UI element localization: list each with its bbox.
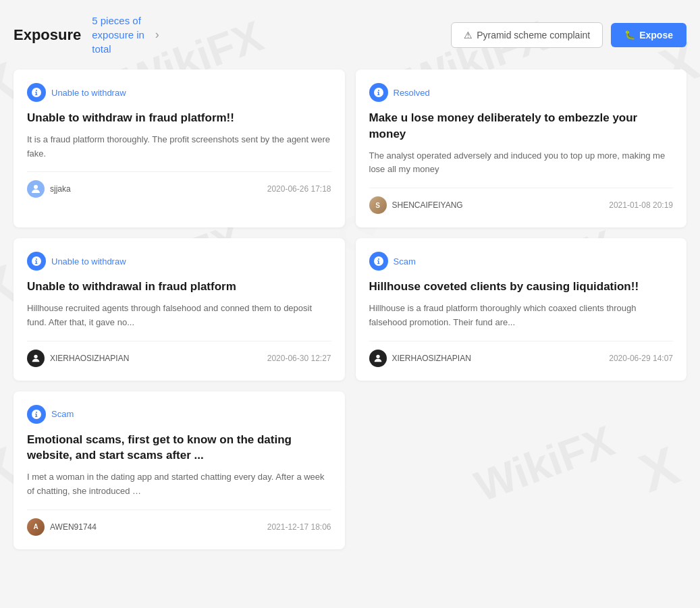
username-4: XIERHAOSIZHAPIAN [392,354,471,363]
avatar-3 [27,350,45,367]
avatar-2: S [369,196,387,214]
card-title-1: Unable to withdraw in fraud platform!! [27,110,331,126]
tag-icon-1 [27,83,46,102]
avatar-1 [27,180,45,198]
warning-icon: ⚠ [464,30,473,40]
card-title-5: Emotional scams, first get to know on th… [27,432,331,464]
svg-point-1 [34,354,37,358]
tag-icon-5 [27,405,46,424]
exposure-card-1[interactable]: Unable to withdraw Unable to withdraw in… [14,70,345,227]
card-title-3: Unable to withdrawal in fraud platform [27,279,331,295]
username-1: sjjaka [50,184,71,194]
tag-icon-2 [369,83,388,102]
card-footer-4: XIERHAOSIZHAPIAN 2020-06-29 14:07 [369,341,674,367]
tag-icon-4 [369,252,388,271]
card-desc-2: The analyst operated adversely and induc… [369,149,674,177]
avatar-5: A [27,518,45,536]
timestamp-2: 2021-01-08 20:19 [609,200,673,210]
timestamp-3: 2020-06-30 12:27 [267,354,331,363]
card-tag-5: Scam [27,405,331,424]
tag-label-4: Scam [394,256,416,267]
avatar-4 [369,350,387,367]
card-title-4: Hillhouse coveted clients by causing liq… [369,279,674,295]
card-desc-4: Hillhouse is a fraud platform thoroughly… [369,302,674,330]
expose-button[interactable]: 🐛 Expose [611,23,686,47]
timestamp-1: 2020-06-26 17:18 [267,184,331,194]
timestamp-5: 2021-12-17 18:06 [267,522,331,532]
card-footer-1: sjjaka 2020-06-26 17:18 [27,171,331,198]
timestamp-4: 2020-06-29 14:07 [609,354,673,363]
svg-point-2 [376,354,379,358]
card-footer-3: XIERHAOSIZHAPIAN 2020-06-30 12:27 [27,341,331,367]
user-info-4: XIERHAOSIZHAPIAN [369,350,471,367]
username-2: SHENCAIFEIYANG [392,200,463,210]
expose-icon: 🐛 [624,30,635,40]
card-tag-3: Unable to withdraw [27,252,331,271]
exposure-label: Exposure [14,26,81,44]
tag-label-1: Unable to withdraw [51,88,126,98]
pyramid-scheme-button[interactable]: ⚠ Pyramid scheme complaint [451,22,603,48]
card-tag-1: Unable to withdraw [27,83,331,102]
user-info-3: XIERHAOSIZHAPIAN [27,350,129,367]
card-footer-5: A AWEN91744 2021-12-17 18:06 [27,509,331,536]
chevron-right-icon: › [155,28,159,42]
expose-btn-label: Expose [639,30,673,40]
card-tag-4: Scam [369,252,674,271]
user-info-1: sjjaka [27,180,71,198]
header-left: Exposure 5 pieces of exposure in total › [14,13,159,56]
tag-label-5: Scam [51,409,74,419]
card-tag-2: Resolved [369,83,674,102]
tag-label-2: Resolved [394,88,430,98]
card-desc-1: It is a fraud platform thoroughly. The p… [27,133,331,161]
tag-label-3: Unable to withdraw [51,256,126,267]
user-info-5: A AWEN91744 [27,518,97,536]
username-5: AWEN91744 [50,522,97,532]
cards-grid: Unable to withdraw Unable to withdraw in… [14,70,686,549]
card-title-2: Make u lose money deliberately to embezz… [369,110,674,142]
card-desc-5: I met a woman in the dating app and star… [27,470,331,499]
exposure-card-3[interactable]: Unable to withdraw Unable to withdrawal … [14,238,345,380]
card-desc-3: Hillhouse recruited agents through false… [27,302,331,330]
pyramid-btn-label: Pyramid scheme complaint [477,30,590,40]
exposure-card-2[interactable]: Resolved Make u lose money deliberately … [356,70,687,227]
user-info-2: S SHENCAIFEIYANG [369,196,463,214]
header-right: ⚠ Pyramid scheme complaint 🐛 Expose [451,22,686,48]
page-header: Exposure 5 pieces of exposure in total ›… [14,13,686,56]
username-3: XIERHAOSIZHAPIAN [50,354,129,363]
exposure-card-4[interactable]: Scam Hillhouse coveted clients by causin… [356,238,687,380]
svg-point-0 [34,185,38,189]
exposure-card-5[interactable]: Scam Emotional scams, first get to know … [14,391,345,549]
card-footer-2: S SHENCAIFEIYANG 2021-01-08 20:19 [369,188,674,214]
exposure-count-link[interactable]: 5 pieces of exposure in total [92,13,144,56]
tag-icon-3 [27,252,46,271]
